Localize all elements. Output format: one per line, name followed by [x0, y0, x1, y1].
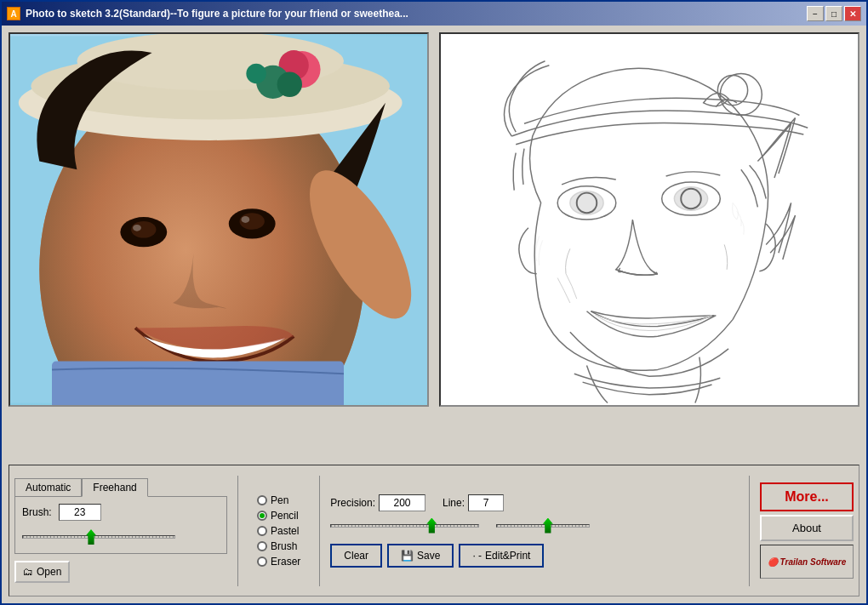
divider-1 [237, 476, 238, 586]
brush-label: Brush: [22, 506, 52, 518]
radio-pencil-circle[interactable] [257, 511, 267, 521]
svg-point-24 [674, 187, 707, 210]
sketch-panel [439, 32, 859, 407]
maximize-button[interactable]: □ [825, 6, 842, 21]
close-button[interactable]: ✕ [844, 6, 861, 21]
right-panel: More... About 🔴 Trailan Software [760, 482, 854, 579]
svg-rect-20 [441, 36, 858, 402]
tab-content: Brush: [14, 496, 227, 554]
brush-slider[interactable] [22, 528, 175, 546]
radio-pastel-circle[interactable] [257, 526, 267, 536]
image-area [9, 32, 859, 459]
open-button[interactable]: 🗂 Open [14, 561, 70, 583]
radio-brush[interactable]: Brush [257, 540, 300, 552]
tab-freehand[interactable]: Freehand [82, 478, 147, 497]
clear-button[interactable]: Clear [330, 544, 382, 568]
radio-eraser[interactable]: Eraser [257, 556, 300, 568]
window-title: Photo to sketch 3.2(Standard)--To figure… [26, 8, 807, 20]
edit-print-button[interactable]: · - Edit&Print [459, 544, 544, 568]
divider-2 [319, 476, 320, 586]
title-bar: A Photo to sketch 3.2(Standard)--To figu… [2, 2, 866, 26]
main-window: A Photo to sketch 3.2(Standard)--To figu… [0, 0, 868, 605]
radio-pencil[interactable]: Pencil [257, 510, 300, 522]
precision-label: Precision: [330, 497, 375, 509]
radio-eraser-circle[interactable] [257, 556, 267, 567]
radio-eraser-label: Eraser [271, 556, 300, 568]
tabs-section: Automatic Freehand Brush: 🗂 Open [14, 478, 227, 583]
radio-pastel[interactable]: Pastel [257, 525, 300, 537]
svg-point-10 [277, 72, 302, 97]
line-slider-track [496, 524, 590, 528]
save-icon: 💾 [401, 550, 414, 562]
brush-input[interactable] [59, 504, 101, 521]
radio-section: Pen Pencil Pastel Brush Eraser [257, 494, 300, 568]
svg-point-11 [246, 64, 266, 84]
line-input[interactable] [468, 494, 504, 511]
brush-row: Brush: [22, 504, 220, 521]
logo-box: 🔴 Trailan Software [760, 545, 854, 579]
main-content: Automatic Freehand Brush: 🗂 Open [2, 26, 866, 603]
svg-point-17 [241, 216, 249, 223]
minimize-button[interactable]: − [807, 6, 824, 21]
folder-icon: 🗂 [23, 566, 33, 578]
tab-bar: Automatic Freehand [14, 478, 148, 497]
edit-icon: · - [472, 550, 482, 562]
photo-image [10, 34, 427, 405]
radio-pencil-label: Pencil [271, 510, 299, 522]
brush-slider-track [22, 535, 175, 539]
about-button[interactable]: About [760, 515, 854, 541]
logo-text: 🔴 Trailan Software [768, 557, 846, 567]
svg-point-23 [570, 191, 603, 214]
radio-brush-label: Brush [271, 540, 297, 552]
radio-pen-label: Pen [271, 494, 288, 506]
controls-panel: Automatic Freehand Brush: 🗂 Open [9, 465, 859, 596]
title-bar-controls: − □ ✕ [807, 6, 861, 21]
tab-automatic[interactable]: Automatic [14, 478, 82, 497]
sketch-image [441, 34, 858, 405]
radio-brush-circle[interactable] [257, 541, 267, 551]
app-icon: A [7, 7, 20, 20]
action-buttons-row: Clear 💾 Save · - Edit&Print [330, 544, 739, 568]
precision-input[interactable] [379, 494, 425, 511]
more-button[interactable]: More... [760, 482, 854, 511]
photo-panel [9, 32, 429, 407]
radio-pastel-label: Pastel [271, 525, 299, 537]
save-button[interactable]: 💾 Save [387, 544, 454, 568]
radio-pen[interactable]: Pen [257, 494, 300, 506]
divider-3 [749, 476, 750, 586]
radio-pen-circle[interactable] [257, 495, 267, 505]
line-label: Line: [443, 497, 465, 509]
svg-point-16 [133, 225, 141, 231]
precision-slider-track [330, 524, 479, 528]
